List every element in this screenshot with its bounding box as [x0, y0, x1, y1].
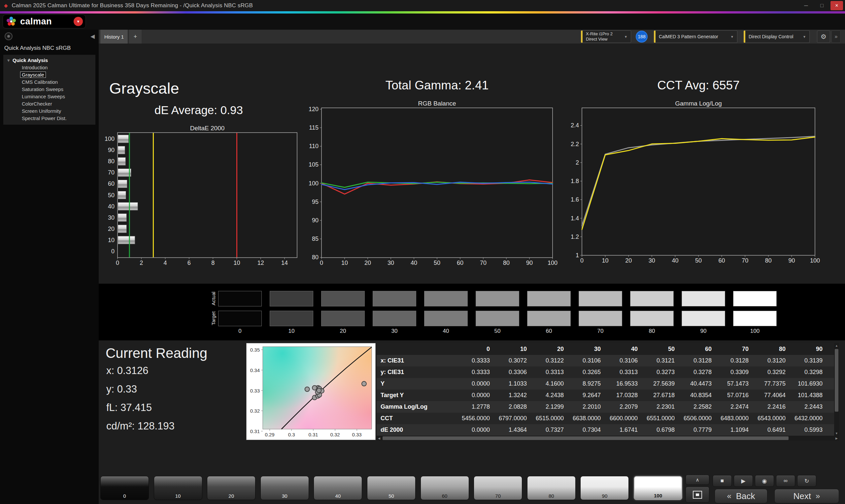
svg-text:0: 0 — [320, 259, 323, 266]
table-vertical-scrollbar[interactable]: ▲ ▼ — [834, 343, 839, 436]
scroll-up-icon[interactable]: ▲ — [834, 343, 839, 348]
table-cell: 57.1473 — [716, 378, 753, 390]
next-button[interactable]: Next » — [774, 489, 839, 503]
table-col-header-40: 40 — [605, 343, 642, 355]
gamma-plot: 01020304050607080901002.42.221.81.61.41.… — [564, 100, 832, 265]
tree-root-item[interactable]: ▾ Quick Analysis — [3, 56, 95, 64]
svg-text:100: 100 — [309, 180, 318, 187]
minimize-button[interactable]: ─ — [799, 1, 813, 10]
sidebar: ◀ Quick Analysis NBC sRGB ▾ Quick Analys… — [0, 30, 99, 504]
settings-gear-button[interactable]: ⚙ — [817, 30, 830, 43]
tab-history-1[interactable]: History 1 — [100, 30, 128, 43]
table-horizontal-scrollbar-thumb[interactable] — [383, 436, 789, 440]
read-continuous-button[interactable]: ∞ — [776, 475, 795, 487]
svg-text:80: 80 — [108, 158, 115, 165]
target-swatch-30 — [373, 311, 416, 326]
reading-x-value: x: 0.3126 — [106, 365, 148, 377]
table-cell: 4.2438 — [531, 390, 568, 401]
next-chevrons-icon: » — [816, 491, 820, 501]
svg-text:10: 10 — [233, 259, 240, 266]
calman-flower-icon — [6, 16, 17, 27]
meter-selector-dropdown[interactable]: X-Rite i1Pro 2 Direct View ▼ — [581, 30, 631, 43]
pattern-level-20-button[interactable]: 20 — [207, 476, 256, 500]
close-button[interactable]: × — [830, 1, 843, 10]
display-control-dropdown[interactable]: Direct Display Control ▼ — [744, 30, 810, 43]
table-cell: 0.3313 — [605, 366, 642, 378]
svg-text:50: 50 — [695, 257, 702, 264]
sidebar-item-spectral-power-dist[interactable]: Spectral Power Dist. — [3, 115, 95, 122]
svg-text:100: 100 — [810, 257, 820, 264]
swatch-level-label: 20 — [321, 328, 365, 335]
rgb_balance-plot: 0102030405060708090100120115110105100959… — [304, 100, 571, 268]
table-cell: 0.3313 — [531, 366, 568, 378]
maximize-button[interactable]: □ — [815, 1, 829, 10]
refresh-icon: ↻ — [805, 478, 809, 485]
table-cell: 6515.0000 — [531, 413, 568, 424]
pattern-generator-dropdown[interactable]: CalMED 3 Pattern Generator ▼ — [654, 30, 737, 43]
pattern-level-100-button[interactable]: 100 — [634, 476, 682, 500]
logo-menu-caret-icon[interactable]: ▼ — [74, 17, 83, 26]
pattern-level-80-button[interactable]: 80 — [527, 476, 576, 500]
pattern-collapse-button[interactable]: ∧ — [686, 475, 709, 485]
table-cell: 1.3242 — [494, 390, 531, 401]
row-label: Gamma Log/Log — [376, 401, 457, 413]
table-cell: 0.3273 — [642, 366, 679, 378]
pattern-window-button[interactable] — [686, 487, 709, 503]
svg-text:40: 40 — [411, 259, 417, 266]
scroll-left-icon[interactable]: ◀ — [376, 436, 382, 441]
swatch-level-labels: 0102030405060708090100 — [218, 328, 777, 335]
back-button[interactable]: « Back — [715, 489, 768, 503]
calman-logo-menu[interactable]: calman ▼ — [3, 15, 86, 29]
display-control-label: Direct Display Control — [749, 34, 793, 39]
stop-button[interactable]: ■ — [712, 475, 732, 487]
sidebar-item-saturation-sweeps[interactable]: Saturation Sweeps — [3, 86, 95, 93]
chevron-right-icon: » — [835, 34, 838, 40]
svg-text:105: 105 — [309, 161, 318, 168]
sidebar-collapse-button[interactable]: ◀ — [90, 33, 95, 40]
sidebar-item-colorchecker[interactable]: ColorChecker — [3, 100, 95, 108]
svg-text:95: 95 — [312, 199, 318, 205]
table-cell: 2.2301 — [642, 401, 679, 413]
pattern-level-90-button[interactable]: 90 — [580, 476, 629, 500]
play-icon: ▶ — [741, 478, 745, 485]
target-swatch-100 — [733, 311, 777, 326]
table-horizontal-scrollbar[interactable]: ◀ ▶ — [376, 436, 839, 441]
pattern-level-10-button[interactable]: 10 — [154, 476, 203, 500]
pattern-level-40-button[interactable]: 40 — [314, 476, 362, 500]
more-options-button[interactable]: » — [831, 30, 841, 43]
refresh-button[interactable]: ↻ — [797, 475, 816, 487]
workflow-home-button[interactable] — [5, 32, 13, 40]
scroll-down-icon[interactable]: ▼ — [834, 431, 839, 436]
deltae-chart-title: DeltaE 2000 — [118, 125, 297, 132]
add-tab-button[interactable]: + — [129, 30, 142, 43]
table-cell: 0.3306 — [494, 366, 531, 378]
pattern-level-30-button[interactable]: 30 — [261, 476, 309, 500]
svg-text:30: 30 — [108, 214, 115, 221]
table-cell: 6638.0000 — [568, 413, 605, 424]
sidebar-item-cms-calibration[interactable]: CMS Calibration — [3, 78, 95, 86]
pattern-level-50-button[interactable]: 50 — [367, 476, 416, 500]
sidebar-item-luminance-sweeps[interactable]: Luminance Sweeps — [3, 93, 95, 100]
table-vertical-scrollbar-thumb[interactable] — [835, 349, 839, 412]
record-icon: ◉ — [762, 478, 767, 485]
read-series-button[interactable]: ◉ — [755, 475, 774, 487]
table-cell: 6543.0000 — [753, 413, 790, 424]
pattern-level-0-button[interactable]: 0 — [100, 476, 149, 500]
actual-swatch-40 — [424, 291, 468, 306]
window-icon — [693, 491, 702, 499]
table-cell: 0.7304 — [568, 424, 605, 436]
svg-text:90: 90 — [526, 259, 533, 266]
svg-text:20: 20 — [625, 257, 632, 264]
pattern-level-60-button[interactable]: 60 — [421, 476, 469, 500]
pattern-level-70-button[interactable]: 70 — [474, 476, 522, 500]
table-cell: 2.1299 — [531, 401, 568, 413]
table-cell: 1.2778 — [457, 401, 494, 413]
sidebar-item-introduction[interactable]: Introduction — [3, 64, 95, 71]
sidebar-item-screen-uniformity[interactable]: Screen Uniformity — [3, 108, 95, 115]
scroll-right-icon[interactable]: ▶ — [834, 436, 839, 441]
sidebar-item-grayscale[interactable]: Grayscale — [3, 71, 95, 78]
read-single-button[interactable]: ▶ — [734, 475, 753, 487]
total-gamma-heading: Total Gamma: 2.41 — [321, 78, 553, 92]
table-cell: 2.2582 — [679, 401, 716, 413]
row-label: x: CIE31 — [376, 355, 457, 366]
